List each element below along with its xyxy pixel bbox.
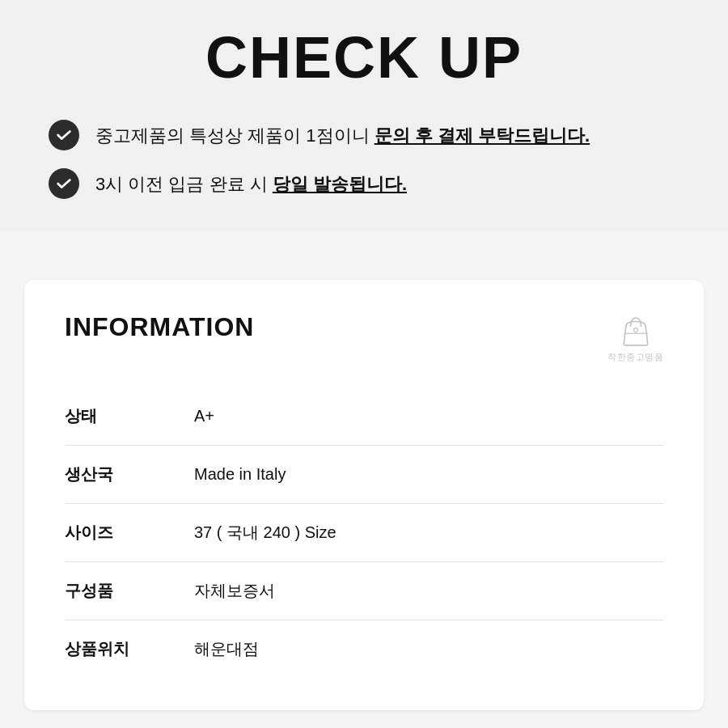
info-row-status: 상태 A+ [65,387,663,446]
info-header: INFORMATION 착한중고명품 [65,312,663,363]
brand-logo-image [616,312,656,349]
brand-logo-text: 착한중고명품 [607,351,663,363]
brand-logo: 착한중고명품 [607,312,663,363]
info-title: INFORMATION [65,312,254,342]
info-value-location: 해운대점 [194,638,259,660]
info-value-size: 37 ( 국내 240 ) Size [194,522,336,544]
page-title: CHECK UP [49,24,679,91]
info-card: INFORMATION 착한중고명품 상태 A+ 생산국 Made in Ita… [24,280,704,710]
spacer [0,231,728,280]
info-row-origin: 생산국 Made in Italy [65,446,663,504]
header-section: CHECK UP 중고제품의 특성상 제품이 1점이니 문의 후 결제 부탁드립… [0,0,728,231]
info-label-location: 상품위치 [65,638,194,660]
check-icon-2 [49,168,79,199]
checklist-item-1: 중고제품의 특성상 제품이 1점이니 문의 후 결제 부탁드립니다. [49,120,679,150]
check-icon-1 [49,120,79,150]
info-value-components: 자체보증서 [194,580,275,602]
checklist-text-2: 3시 이전 입금 완료 시 당일 발송됩니다. [95,171,407,197]
svg-point-0 [633,328,637,332]
checklist: 중고제품의 특성상 제품이 1점이니 문의 후 결제 부탁드립니다. 3시 이전… [49,120,679,199]
info-label-components: 구성품 [65,580,194,602]
info-label-status: 상태 [65,405,194,427]
info-table: 상태 A+ 생산국 Made in Italy 사이즈 37 ( 국내 240 … [65,387,663,678]
info-value-status: A+ [194,407,214,425]
checklist-item-2: 3시 이전 입금 완료 시 당일 발송됩니다. [49,168,679,199]
info-row-location: 상품위치 해운대점 [65,620,663,678]
info-label-size: 사이즈 [65,522,194,544]
info-value-origin: Made in Italy [194,465,286,484]
info-label-origin: 생산국 [65,463,194,485]
info-row-components: 구성품 자체보증서 [65,562,663,620]
info-row-size: 사이즈 37 ( 국내 240 ) Size [65,504,663,562]
checklist-text-1: 중고제품의 특성상 제품이 1점이니 문의 후 결제 부탁드립니다. [95,122,590,149]
